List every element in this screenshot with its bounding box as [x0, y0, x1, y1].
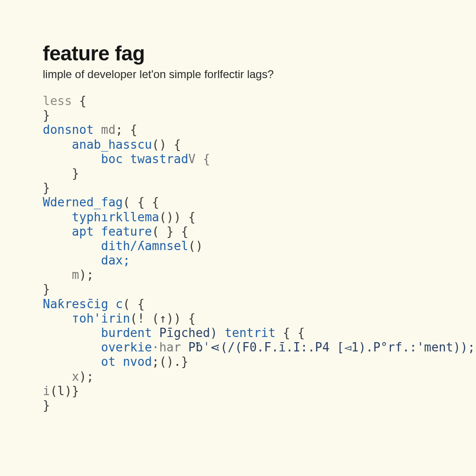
code-punc: { [72, 94, 86, 108]
code-punc: } [43, 398, 50, 412]
code-token: typhırkllema [43, 210, 159, 224]
code-token: nvod [123, 355, 152, 369]
code-punc: ); [79, 370, 93, 383]
code-punc: () { [152, 138, 181, 152]
code-token: Wderned_fag [43, 195, 123, 209]
code-token: Naƙresc̄ig c [43, 297, 123, 311]
code-punc: { { [276, 326, 305, 340]
code-punc: () [188, 239, 203, 253]
code-token: Pƀˈ⋖(/( [188, 340, 242, 354]
code-token: dith/ʎamnsel [43, 239, 188, 253]
code-token: m [43, 268, 79, 282]
code-token: less [43, 94, 72, 108]
code-punc: ( { { [123, 195, 159, 209]
code-punc: (l)} [50, 384, 79, 398]
code-punc: } [43, 108, 50, 122]
code-punc: } [43, 181, 50, 195]
code-punc: (! (↑)) { [130, 311, 196, 325]
code-punc: } [43, 166, 79, 180]
code-punc: ( } { [152, 225, 188, 238]
code-token: V { [188, 152, 210, 166]
document-page: feature fag limple of developer let'on s… [0, 0, 476, 413]
code-token: overkie [43, 340, 152, 354]
code-token: boc [43, 152, 130, 166]
page-subtitle: limple of developer let'on simple forlfe… [43, 68, 434, 81]
code-token: twastrad [130, 152, 188, 166]
code-token: Pīgched) [159, 326, 225, 340]
code-token: x [43, 370, 79, 383]
code-punc: ;().} [152, 355, 188, 369]
code-block: less { } donsnot md; { anab_hasscu() { b… [43, 94, 434, 413]
code-token: tentrit [225, 326, 276, 340]
code-token: md [101, 123, 115, 137]
code-token: burdent [43, 326, 159, 340]
code-token: ·har [152, 340, 188, 354]
page-title: feature fag [43, 42, 434, 65]
code-token: F0.F.ī.I:.P4 [◅1).P°rf.:'ment)); [242, 340, 475, 354]
code-token: i [43, 384, 50, 398]
code-punc: ; { [116, 123, 138, 137]
code-punc: ()) { [159, 210, 195, 224]
code-punc: ); [79, 268, 93, 282]
code-token: donsnot [43, 123, 101, 137]
code-token: feature [101, 225, 152, 238]
code-token: apt [43, 225, 101, 238]
code-token: тoh'irin [43, 311, 130, 325]
code-punc: ( { [123, 297, 145, 311]
code-token: ot [43, 355, 123, 369]
code-token: anab_hasscu [43, 138, 152, 152]
code-punc: } [43, 282, 50, 296]
code-token: dax; [43, 253, 130, 267]
